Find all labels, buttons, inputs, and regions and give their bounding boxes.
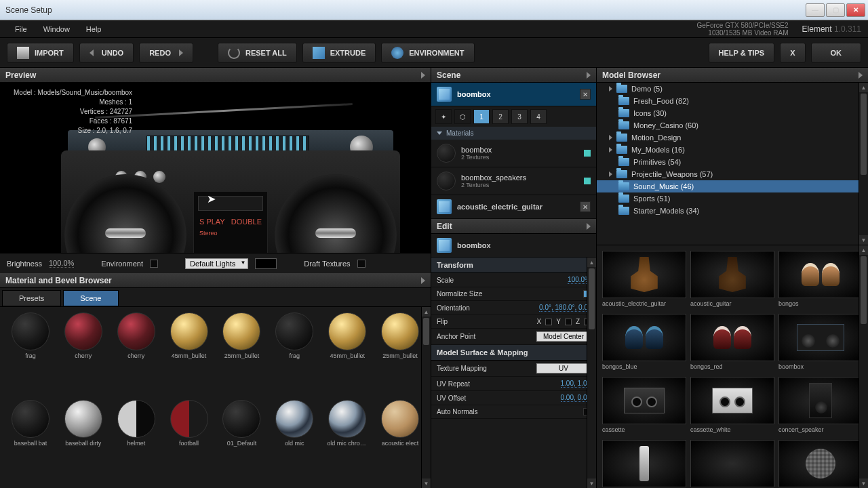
reset-all-button[interactable]: RESET ALL bbox=[218, 43, 297, 63]
group-tool-2[interactable]: ⬡ bbox=[454, 109, 471, 124]
expand-icon[interactable] bbox=[609, 86, 612, 92]
model-thumbnail[interactable]: acoustic_guitar bbox=[690, 251, 774, 307]
material-swatch[interactable]: cherry bbox=[111, 312, 161, 396]
folder-row[interactable]: Money_Casino (60) bbox=[597, 119, 868, 131]
material-swatch[interactable]: football bbox=[164, 400, 214, 483]
model-thumbnail[interactable]: bongos bbox=[778, 251, 863, 307]
folder-row[interactable]: Sound_Music (46) bbox=[597, 180, 868, 192]
material-swatch[interactable]: baseball dirty bbox=[58, 400, 108, 483]
folder-row[interactable]: My_Models (16) bbox=[597, 144, 868, 156]
model-thumbnail[interactable] bbox=[778, 440, 863, 487]
flip-x-checkbox[interactable] bbox=[545, 319, 552, 325]
minimize-button[interactable]: — bbox=[806, 3, 825, 17]
menu-file[interactable]: File bbox=[7, 22, 35, 36]
scroll-thumb[interactable] bbox=[861, 94, 867, 175]
scroll-up-icon[interactable]: ▲ bbox=[587, 258, 596, 267]
orientation-value[interactable]: 0.0°, 180.0°, 0.0° bbox=[539, 304, 591, 312]
material-swatch[interactable]: 45mm_bullet bbox=[322, 312, 372, 396]
material-entry-boombox[interactable]: boombox2 Textures bbox=[431, 140, 596, 167]
edit-scrollbar[interactable]: ▲ ▼ bbox=[587, 258, 596, 488]
scene-object-boombox[interactable]: boombox ✕ bbox=[431, 83, 596, 106]
menu-window[interactable]: Window bbox=[35, 22, 78, 36]
close-x-button[interactable]: X bbox=[780, 43, 805, 63]
tree-scrollbar[interactable]: ▲ ▼ bbox=[859, 83, 868, 245]
material-swatch[interactable]: old mic bbox=[269, 400, 319, 483]
undo-button[interactable]: UNDO bbox=[79, 43, 134, 63]
material-color-swatch[interactable] bbox=[584, 178, 591, 184]
brightness-value[interactable]: 100.0% bbox=[49, 259, 74, 268]
material-entry-speakers[interactable]: boombox_speakers2 Textures bbox=[431, 167, 596, 195]
menu-help[interactable]: Help bbox=[78, 22, 110, 36]
group-tool-1[interactable]: ✦ bbox=[435, 109, 452, 124]
draft-textures-checkbox[interactable] bbox=[357, 260, 366, 268]
extrude-button[interactable]: EXTRUDE bbox=[302, 43, 376, 63]
tab-scene[interactable]: Scene bbox=[63, 290, 118, 306]
folder-row[interactable]: Starter_Models (34) bbox=[597, 205, 868, 217]
model-thumbnail[interactable]: boombox bbox=[778, 314, 863, 370]
maximize-button[interactable]: ▢ bbox=[826, 3, 845, 17]
group-1-button[interactable]: 1 bbox=[473, 109, 490, 124]
expand-icon[interactable] bbox=[609, 147, 612, 152]
model-thumbnail[interactable]: bongos_red bbox=[690, 314, 774, 370]
scroll-up-icon[interactable]: ▲ bbox=[859, 245, 868, 255]
folder-row[interactable]: Projectile_Weapons (57) bbox=[597, 168, 868, 180]
material-swatch[interactable]: old mic chrome bbox=[322, 400, 372, 483]
texture-mapping-select[interactable]: UV bbox=[536, 363, 591, 373]
material-scrollbar[interactable]: ▲ ▼ bbox=[421, 307, 431, 488]
scroll-thumb[interactable] bbox=[589, 268, 595, 329]
scroll-up-icon[interactable]: ▲ bbox=[422, 307, 431, 317]
import-button[interactable]: IMPORT bbox=[7, 43, 74, 63]
preview-viewport[interactable]: Model : Models/Sound_Music/boombox Meshe… bbox=[0, 83, 431, 253]
scroll-down-icon[interactable]: ▼ bbox=[859, 479, 868, 488]
folder-row[interactable]: Primitives (54) bbox=[597, 156, 868, 168]
model-thumbnail[interactable] bbox=[690, 440, 774, 487]
scroll-down-icon[interactable]: ▼ bbox=[422, 479, 431, 488]
tab-presets[interactable]: Presets bbox=[2, 290, 61, 306]
scroll-up-icon[interactable]: ▲ bbox=[859, 83, 868, 92]
model-browser-collapse-icon[interactable] bbox=[859, 72, 863, 79]
group-4-button[interactable]: 4 bbox=[530, 109, 547, 124]
model-thumbnail[interactable]: cassette bbox=[602, 377, 686, 433]
thumb-scrollbar[interactable]: ▲ ▼ bbox=[859, 245, 868, 488]
folder-row[interactable]: Motion_Design bbox=[597, 131, 868, 144]
scroll-down-icon[interactable]: ▼ bbox=[587, 479, 596, 488]
material-swatch[interactable]: baseball bat bbox=[5, 400, 56, 483]
model-thumbnail[interactable] bbox=[602, 440, 686, 487]
folder-row[interactable]: Icons (30) bbox=[597, 107, 868, 119]
bg-color-swatch[interactable] bbox=[255, 258, 277, 269]
lights-select[interactable]: Default Lights bbox=[185, 258, 248, 269]
folder-row[interactable]: Sports (51) bbox=[597, 192, 868, 205]
edit-collapse-icon[interactable] bbox=[587, 223, 591, 230]
close-button[interactable]: ✕ bbox=[846, 3, 865, 17]
material-swatch[interactable]: frag bbox=[5, 312, 56, 396]
model-thumbnail[interactable]: concert_speaker bbox=[778, 377, 863, 433]
material-swatch[interactable]: 01_Default bbox=[217, 400, 267, 483]
expand-icon[interactable] bbox=[609, 171, 612, 177]
material-swatch[interactable]: helmet bbox=[111, 400, 161, 483]
help-tips-button[interactable]: HELP & TIPS bbox=[709, 43, 775, 63]
material-swatch[interactable]: cherry bbox=[58, 312, 108, 396]
folder-row[interactable]: Demo (5) bbox=[597, 83, 868, 95]
environment-checkbox[interactable] bbox=[150, 260, 158, 268]
material-color-swatch[interactable] bbox=[584, 150, 591, 157]
preview-collapse-icon[interactable] bbox=[421, 72, 425, 79]
scroll-thumb[interactable] bbox=[861, 256, 867, 324]
folder-row[interactable]: Fresh_Food (82) bbox=[597, 95, 868, 107]
material-swatch[interactable]: 25mm_bullet bbox=[217, 312, 267, 396]
materials-section-header[interactable]: Materials bbox=[431, 127, 596, 140]
material-swatch[interactable]: frag bbox=[269, 312, 319, 396]
scroll-down-icon[interactable]: ▼ bbox=[859, 235, 868, 245]
flip-y-checkbox[interactable] bbox=[565, 319, 572, 325]
remove-object-button[interactable]: ✕ bbox=[580, 89, 591, 100]
group-3-button[interactable]: 3 bbox=[511, 109, 528, 124]
anchor-select[interactable]: Model Center bbox=[536, 331, 591, 342]
material-browser-collapse-icon[interactable] bbox=[421, 277, 425, 284]
scene-object-guitar[interactable]: acoustic_electric_guitar ✕ bbox=[431, 195, 596, 219]
model-thumbnail[interactable]: bongos_blue bbox=[602, 314, 686, 370]
material-swatch[interactable]: 25mm_bullet bbox=[375, 312, 425, 396]
ok-button[interactable]: OK bbox=[811, 43, 862, 63]
redo-button[interactable]: REDO bbox=[139, 43, 193, 63]
model-thumbnail[interactable]: acoustic_electric_guitar bbox=[602, 251, 686, 307]
expand-icon[interactable] bbox=[609, 135, 612, 140]
group-2-button[interactable]: 2 bbox=[492, 109, 509, 124]
